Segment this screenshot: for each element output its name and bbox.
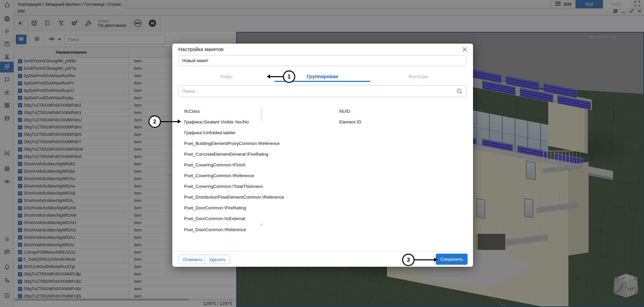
row-checkbox[interactable]	[18, 184, 22, 188]
attribute-list-item[interactable]: Pset_DoorCommon:\Reference	[184, 224, 325, 233]
row-checkbox[interactable]	[18, 250, 22, 254]
table-row[interactable]: 2MgTnZT691MPdX0XMMPc$p item	[14, 271, 236, 278]
row-checkbox[interactable]	[18, 81, 22, 86]
attribute-list-item[interactable]: Pset_ConcreteElementGeneral:\FireRating	[184, 149, 325, 159]
fullscreen-button[interactable]	[631, 0, 644, 8]
breadcrumb[interactable]: Корпорация / Западный филиал / Гостиница…	[14, 0, 126, 8]
section-button[interactable]	[41, 15, 54, 32]
row-checkbox[interactable]	[18, 140, 22, 144]
layout-name-input[interactable]	[178, 55, 466, 66]
tab-bim[interactable]: BIM	[575, 0, 603, 8]
row-checkbox[interactable]	[18, 169, 22, 173]
sidebar-item-info[interactable]	[0, 291, 14, 302]
visibility-dropdown[interactable]	[57, 35, 62, 44]
sidebar-item-theme[interactable]	[0, 235, 14, 245]
attribute-list-item[interactable]: Pset_DoorCommon:\FireRating	[184, 203, 325, 213]
attribute-list-item[interactable]: NUID	[339, 106, 454, 116]
row-checkbox[interactable]	[18, 272, 22, 276]
navigation-cube[interactable]: TOP FRONT LEFT	[611, 269, 641, 303]
tab-views[interactable]: Виды	[178, 72, 274, 82]
tab-filters[interactable]: Фильтры	[370, 72, 466, 82]
close-window-icon[interactable]	[637, 9, 642, 15]
filter-button[interactable]	[54, 15, 68, 32]
row-checkbox[interactable]	[18, 265, 22, 269]
row-checkbox[interactable]	[18, 221, 22, 225]
expand-icon[interactable]	[629, 9, 634, 15]
sidebar-item-home[interactable]	[0, 0, 14, 11]
sidebar-item-database[interactable]	[0, 114, 14, 124]
row-checkbox[interactable]	[18, 96, 22, 100]
row-checkbox[interactable]	[18, 162, 22, 166]
row-checkbox[interactable]	[18, 59, 22, 63]
list-scrollbar[interactable]	[261, 108, 262, 121]
row-checkbox[interactable]	[18, 155, 22, 159]
row-checkbox[interactable]	[18, 235, 22, 240]
row-checkbox[interactable]	[18, 147, 22, 152]
cancel-button[interactable]: Отменить	[178, 255, 207, 264]
attribute-list-item[interactable]: Графика:\Unfolded ladder	[184, 127, 325, 138]
row-checkbox[interactable]	[18, 228, 22, 232]
sidebar-item-comments[interactable]	[0, 247, 14, 258]
row-checkbox[interactable]	[18, 125, 22, 130]
minimize-icon[interactable]	[621, 9, 626, 15]
sidebar-item-chart[interactable]	[0, 52, 14, 63]
row-checkbox[interactable]	[18, 110, 22, 115]
row-checkbox[interactable]	[18, 199, 22, 203]
sidebar-item-board[interactable]	[0, 39, 14, 50]
tab-wbs[interactable]: WBS	[603, 0, 631, 8]
sidebar-item-layers[interactable]	[0, 62, 14, 72]
table-row[interactable]: 2MgTnZT691MPdX0XMMPc$V item	[14, 286, 236, 293]
columns-view-button[interactable]	[16, 35, 27, 44]
row-checkbox[interactable]	[18, 257, 22, 262]
sidebar-item-globe[interactable]	[0, 14, 14, 25]
sidebar-item-notifications[interactable]	[0, 262, 14, 273]
attribute-list-item[interactable]: Pset_DoorCommon:\IsExternal	[184, 213, 325, 224]
row-checkbox[interactable]	[18, 118, 22, 122]
table-settings-button[interactable]	[31, 35, 43, 44]
grouping-search-input[interactable]	[178, 85, 466, 97]
sidebar-item-calendar[interactable]	[0, 164, 14, 175]
row-checkbox[interactable]	[18, 74, 22, 78]
sidebar-item-flag[interactable]	[0, 75, 14, 86]
sidebar-item-hatching[interactable]	[0, 88, 14, 99]
attribute-list-item[interactable]: Pset_CoveringCommon:\Reference	[184, 170, 325, 181]
row-checkbox[interactable]	[18, 287, 22, 291]
row-checkbox[interactable]	[18, 213, 22, 218]
table-row[interactable]: 2MgTnZT691MPdX0XMMPc$S item	[14, 293, 236, 299]
restore-window-icon[interactable]	[613, 9, 618, 15]
visibility-toggle-button[interactable]	[47, 35, 56, 44]
row-checkbox[interactable]	[18, 294, 22, 298]
sidebar-item-list[interactable]	[0, 27, 14, 37]
row-checkbox[interactable]	[18, 191, 22, 196]
add-model-button[interactable]	[68, 15, 81, 32]
row-checkbox[interactable]	[18, 243, 22, 247]
save-button[interactable]: Сохранить	[436, 254, 468, 265]
row-checkbox[interactable]	[18, 66, 22, 71]
attribute-list-item[interactable]: Pset_BuildingElementProxyCommon:\Referen…	[184, 138, 325, 149]
attribute-list-item[interactable]: Element ID	[339, 116, 454, 127]
attribute-list-item[interactable]: IfcClass	[184, 106, 325, 116]
tree-search-input[interactable]	[64, 35, 165, 44]
sidebar-item-apps[interactable]	[0, 101, 14, 111]
column-header-name[interactable]: Наименование	[14, 47, 129, 58]
model-view-button[interactable]	[28, 15, 41, 32]
mode-selector[interactable]: Режим По умолчанию	[95, 19, 130, 29]
row-checkbox[interactable]	[18, 133, 22, 137]
attribute-list-item[interactable]: Pset_CoveringCommon:\TotalThickness	[184, 181, 325, 192]
scrollbar-thumb[interactable]	[14, 299, 189, 301]
sidebar-item-text-annotation[interactable]	[0, 149, 14, 159]
table-row[interactable]: 2MgTnZT691MPdX0XMMPc$U item	[14, 278, 236, 286]
row-checkbox[interactable]	[18, 206, 22, 210]
row-checkbox[interactable]	[18, 89, 22, 93]
close-dialog-button[interactable]	[461, 46, 468, 54]
row-checkbox[interactable]	[18, 103, 22, 107]
tools-button[interactable]	[81, 15, 95, 32]
row-checkbox[interactable]	[18, 176, 22, 181]
attribute-list-item[interactable]: Pset_DistributionFlowElementCommon:\Refe…	[184, 192, 325, 203]
bim-menu[interactable]: BIM	[551, 0, 575, 8]
attribute-list-item[interactable]: Pset_CoveringCommon:\Finish	[184, 159, 325, 170]
collapse-panel-button[interactable]	[14, 15, 27, 32]
play-forward-button[interactable]	[145, 15, 160, 32]
sidebar-item-visibility[interactable]	[0, 177, 14, 188]
sidebar-item-language[interactable]	[0, 276, 14, 287]
